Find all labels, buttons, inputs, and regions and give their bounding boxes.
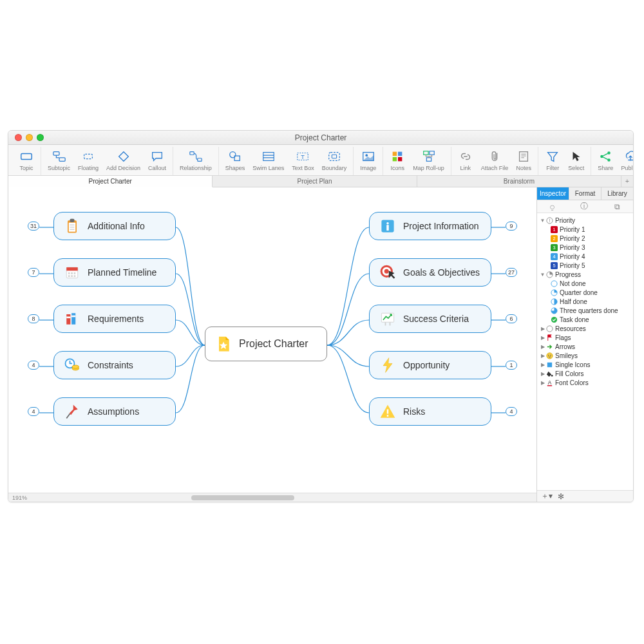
child-count-pill[interactable]: 7 — [28, 268, 39, 277]
node-label: Constraints — [88, 360, 133, 370]
tree-item[interactable]: Three quarters done — [538, 306, 632, 315]
toolbar-maprollup-button[interactable]: Map Roll-up — [409, 147, 448, 175]
document-tab[interactable]: Project Charter — [8, 176, 213, 187]
tree-item[interactable]: 1Priority 1 — [538, 225, 632, 234]
tree-group[interactable]: ▶Single Icons — [538, 360, 632, 369]
tree-group[interactable]: ▶AFont Colors — [538, 378, 632, 387]
tree-item[interactable]: Task done — [538, 315, 632, 324]
canvas[interactable]: Project CharterAdditional Info31Planned … — [8, 187, 536, 502]
boundary-icon — [327, 149, 341, 164]
star-doc-icon — [214, 335, 232, 353]
panel-icon-tag[interactable]: ⍜ — [550, 202, 554, 211]
document-tab[interactable]: Brainstorm — [417, 176, 621, 187]
notes-icon — [516, 149, 531, 164]
toolbar-floating-button[interactable]: Floating — [74, 147, 102, 175]
toolbar-shapes-button[interactable]: Shapes — [222, 147, 249, 175]
mindmap-node[interactable]: Planned Timeline — [53, 258, 176, 287]
tree-item[interactable]: Not done — [538, 279, 632, 288]
tree-group[interactable]: ▼Progress — [538, 270, 632, 279]
tree-group[interactable]: ▶Fill Colors — [538, 369, 632, 378]
svg-point-64 — [386, 222, 389, 225]
child-count-pill[interactable]: 31 — [28, 222, 39, 231]
svg-point-68 — [384, 269, 389, 274]
toolbar-attachfile-button[interactable]: Attach File — [477, 147, 513, 175]
panel-icon-info[interactable]: ⓘ — [580, 201, 588, 212]
mindmap-node[interactable]: Goals & Objectives — [369, 258, 491, 287]
toolbar-relationship-button[interactable]: Relationship — [176, 147, 216, 175]
tree-item[interactable]: Quarter done — [538, 288, 632, 297]
svg-rect-43 — [70, 219, 75, 222]
toolbar-publish-button[interactable]: Publish — [617, 147, 634, 175]
shapes-icon — [228, 149, 242, 164]
svg-rect-56 — [66, 317, 70, 319]
svg-rect-51 — [74, 272, 76, 274]
svg-rect-52 — [68, 275, 70, 277]
toolbar-boundary-button[interactable]: Boundary — [318, 147, 351, 175]
new-tab-button[interactable]: + — [621, 176, 633, 187]
mindmap-node[interactable]: Success Criteria — [369, 305, 491, 333]
child-count-pill[interactable]: 4 — [28, 361, 39, 370]
toolbar-link-button[interactable]: Link — [454, 147, 477, 175]
topic-icon — [19, 149, 33, 164]
svg-point-87 — [551, 280, 556, 286]
mindmap-node[interactable]: Constraints — [53, 351, 176, 379]
tree-item[interactable]: 3Priority 3 — [538, 243, 632, 252]
add-marker-button[interactable]: ＋▾ — [541, 491, 553, 502]
panel-tab-library[interactable]: Library — [601, 187, 633, 200]
tree-icon — [550, 279, 558, 287]
node-label: Assumptions — [88, 406, 139, 417]
zoom-level[interactable]: 191% — [8, 495, 27, 501]
tree-group[interactable]: ▶Arrows — [538, 342, 632, 351]
mindmap-node[interactable]: Project Information — [369, 212, 491, 240]
toolbar-filter-button[interactable]: Filter — [541, 147, 564, 175]
title-bar: Project Charter — [8, 131, 633, 145]
child-count-pill[interactable]: 4 — [506, 407, 517, 416]
tree-item[interactable]: 2Priority 2 — [538, 234, 632, 243]
node-label: Requirements — [88, 314, 144, 324]
mindmap-node[interactable]: Assumptions — [53, 397, 176, 426]
toolbar-swimlanes-button[interactable]: Swim Lanes — [249, 147, 288, 175]
tree-item[interactable]: Half done — [538, 297, 632, 306]
tree-item[interactable]: 5Priority 5 — [538, 261, 632, 270]
mindmap-node[interactable]: Requirements — [53, 305, 176, 333]
child-count-pill[interactable]: 9 — [506, 222, 517, 231]
tree-icon — [545, 361, 553, 368]
svg-rect-0 — [21, 153, 32, 159]
panel-tab-format[interactable]: Format — [569, 187, 601, 200]
settings-icon[interactable]: ✻ — [558, 492, 564, 501]
toolbar-textbox-button[interactable]: TText Box — [288, 147, 318, 175]
svg-point-92 — [546, 325, 552, 331]
bolt-icon — [379, 356, 397, 374]
mindmap-node[interactable]: Additional Info — [53, 212, 176, 240]
child-count-pill[interactable]: 1 — [506, 361, 517, 370]
tree-icon — [545, 352, 553, 359]
mindmap-node[interactable]: Project Charter — [205, 327, 327, 361]
toolbar-topic-button[interactable]: Topic — [15, 147, 38, 175]
mindmap-node[interactable]: Opportunity — [369, 351, 491, 379]
toolbar-share-button[interactable]: Share — [594, 147, 617, 175]
toolbar-subtopic-button[interactable]: Subtopic — [44, 147, 74, 175]
child-count-pill[interactable]: 27 — [506, 268, 517, 277]
warn-icon — [379, 402, 397, 421]
toolbar-image-button[interactable]: Image — [356, 147, 380, 175]
toolbar-select-button[interactable]: Select — [564, 147, 588, 175]
toolbar-callout-button[interactable]: Callout — [144, 147, 170, 175]
tree-group[interactable]: ▶Flags — [538, 333, 632, 342]
toolbar-notes-button[interactable]: Notes — [512, 147, 535, 175]
child-count-pill[interactable]: 4 — [28, 407, 39, 416]
mindmap-node[interactable]: Risks — [369, 397, 491, 426]
horizontal-scrollbar[interactable] — [43, 495, 536, 501]
tree-group[interactable]: ▼!Priority — [538, 216, 632, 225]
tree-group[interactable]: ▶Smileys — [538, 351, 632, 360]
document-tab[interactable]: Project Plan — [213, 176, 417, 187]
panel-icon-link[interactable]: ⧉ — [614, 202, 620, 211]
child-count-pill[interactable]: 8 — [28, 314, 39, 323]
svg-rect-14 — [332, 155, 336, 158]
panel-tab-inspector[interactable]: Inspector — [537, 187, 569, 200]
toolbar-adddecision-button[interactable]: Add Decision — [102, 147, 144, 175]
tree-item[interactable]: 4Priority 4 — [538, 252, 632, 261]
child-count-pill[interactable]: 6 — [506, 314, 517, 323]
tree-group[interactable]: ▶Resources — [538, 324, 632, 333]
scroll-thumb[interactable] — [191, 495, 294, 500]
toolbar-icons-button[interactable]: Icons — [386, 147, 409, 175]
